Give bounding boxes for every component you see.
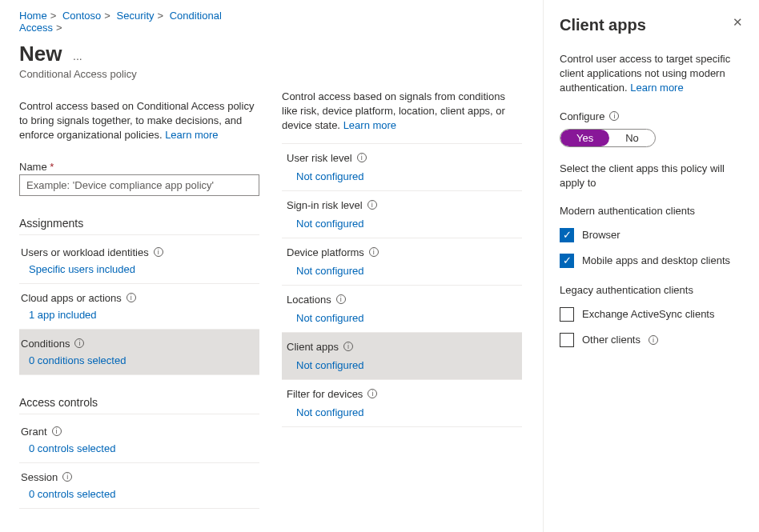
locations-value: Not configured [287,312,517,327]
conditions-description: Control access based on signals from con… [282,90,522,134]
info-icon[interactable]: i [367,200,377,210]
device-platforms-label: Device platforms [287,246,364,258]
checkbox-icon: ✓ [560,254,574,268]
info-icon[interactable]: i [127,293,136,302]
breadcrumb: Home> Contoso> Security> Conditional Acc… [19,10,259,34]
configure-toggle[interactable]: Yes No [560,129,656,147]
conditions-learn-more-link[interactable]: Learn more [343,119,396,131]
page-title: New [19,42,62,66]
conditions-row[interactable]: Conditions i 0 conditions selected [19,330,259,375]
cloud-apps-row[interactable]: Cloud apps or actions i 1 app included [19,284,259,330]
other-clients-checkbox[interactable]: Other clients i [560,333,743,347]
learn-more-link[interactable]: Learn more [165,129,218,141]
users-row[interactable]: Users or workload identities i Specific … [19,238,259,284]
breadcrumb-security[interactable]: Security [117,10,155,22]
breadcrumb-home[interactable]: Home [19,10,47,22]
signin-risk-label: Sign-in risk level [287,199,363,211]
info-icon[interactable]: i [74,338,84,348]
signin-risk-row[interactable]: Sign-in risk level i Not configured [282,191,522,238]
device-platforms-row[interactable]: Device platforms i Not configured [282,238,522,286]
locations-row[interactable]: Locations i Not configured [282,286,522,333]
user-risk-label: User risk level [287,152,352,164]
assignments-section: Assignments [19,217,259,235]
close-icon[interactable]: ✕ [733,16,743,28]
panel-title: Client apps [560,16,646,34]
info-icon[interactable]: i [367,389,377,398]
checkbox-icon: ✓ [560,228,574,242]
info-icon[interactable]: i [154,247,163,257]
filter-devices-value: Not configured [287,406,517,422]
toggle-yes[interactable]: Yes [560,130,609,146]
info-icon[interactable]: i [336,294,346,304]
conditions-label: Conditions [21,338,70,350]
cloud-apps-value: 1 app included [21,309,258,326]
legacy-auth-title: Legacy authentication clients [560,284,743,296]
modern-auth-title: Modern authentication clients [560,205,743,217]
client-apps-panel: Client apps ✕ Control user access to tar… [543,0,759,532]
filter-devices-label: Filter for devices [287,388,363,400]
locations-label: Locations [287,294,331,306]
info-icon[interactable]: i [52,426,62,436]
checkbox-icon [560,333,574,347]
info-icon[interactable]: i [649,335,658,345]
grant-row[interactable]: Grant i 0 controls selected [19,418,259,463]
page-description: Control access based on Conditional Acce… [19,99,259,143]
info-icon[interactable]: i [62,472,72,482]
info-icon[interactable]: i [609,111,619,121]
device-platforms-value: Not configured [287,265,517,280]
client-apps-row[interactable]: Client apps i Not configured [282,333,522,380]
mobile-label: Mobile apps and desktop clients [582,254,730,266]
info-icon[interactable]: i [369,247,379,257]
eas-checkbox[interactable]: Exchange ActiveSync clients [560,307,743,322]
breadcrumb-contoso[interactable]: Contoso [62,10,101,22]
users-value: Specific users included [21,263,258,280]
page-subtitle: Conditional Access policy [19,68,259,80]
more-icon[interactable]: ··· [73,52,82,65]
eas-label: Exchange ActiveSync clients [582,308,714,320]
signin-risk-value: Not configured [287,218,517,233]
browser-label: Browser [582,229,620,241]
panel-learn-more-link[interactable]: Learn more [630,82,683,94]
users-label: Users or workload identities [21,246,149,258]
name-label: Name * [19,161,259,173]
user-risk-value: Not configured [287,170,517,186]
other-clients-label: Other clients [582,334,641,346]
filter-devices-row[interactable]: Filter for devices i Not configured [282,380,522,427]
access-controls-section: Access controls [19,396,259,414]
mobile-checkbox[interactable]: ✓ Mobile apps and desktop clients [560,254,743,268]
user-risk-row[interactable]: User risk level i Not configured [282,144,522,191]
client-apps-label: Client apps [287,341,339,353]
toggle-no[interactable]: No [609,130,655,146]
info-icon[interactable]: i [343,342,353,351]
select-instruction: Select the client apps this policy will … [560,162,743,190]
panel-description: Control user access to target specific c… [560,52,743,96]
grant-value: 0 controls selected [21,442,258,459]
configure-label: Configure [560,110,604,122]
name-input[interactable] [19,174,259,196]
cloud-apps-label: Cloud apps or actions [21,292,122,304]
checkbox-icon [560,307,574,322]
conditions-value: 0 conditions selected [21,354,258,371]
info-icon[interactable]: i [357,153,367,162]
session-label: Session [21,471,58,483]
client-apps-value: Not configured [287,359,517,374]
session-row[interactable]: Session i 0 controls selected [19,463,259,509]
browser-checkbox[interactable]: ✓ Browser [560,228,743,242]
grant-label: Grant [21,426,47,438]
session-value: 0 controls selected [21,488,258,505]
